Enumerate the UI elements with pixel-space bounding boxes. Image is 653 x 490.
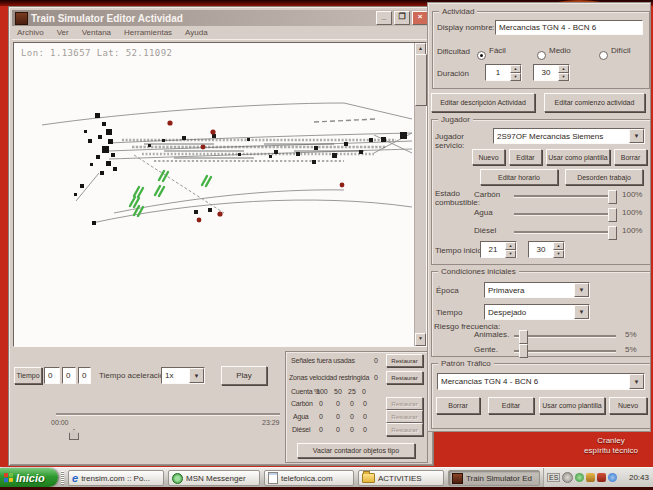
home-icon[interactable] — [586, 473, 595, 482]
volume-icon[interactable] — [562, 472, 573, 483]
radio-label: Difícil — [611, 46, 631, 55]
route-map-canvas[interactable] — [14, 43, 414, 346]
messenger-icon[interactable] — [575, 473, 584, 482]
map-vertical-scrollbar[interactable]: ▲ ▼ — [414, 43, 426, 346]
taskbar-item-telefonica[interactable]: telefonica.com — [264, 470, 354, 486]
spinner-value: 30 — [529, 242, 553, 257]
menu-archivo[interactable]: Archivo — [17, 28, 44, 37]
duration-hours-spinner[interactable]: 1 ▲▼ — [485, 64, 522, 81]
conditions-group: Condiciones iniciales Época Primavera ▼ … — [431, 271, 651, 357]
menu-ventana[interactable]: Ventana — [82, 28, 111, 37]
time-seconds-field[interactable]: 0 — [78, 367, 91, 384]
timeline-thumb[interactable] — [69, 429, 79, 440]
radio-icon[interactable] — [537, 51, 546, 60]
start-button[interactable]: Inicio — [0, 468, 58, 487]
duration-minutes-spinner[interactable]: 30 ▲▼ — [533, 64, 570, 81]
tiempo-button[interactable]: Tiempo — [14, 367, 42, 384]
chevron-down-icon[interactable]: ▼ — [189, 368, 204, 383]
speed-zones-reset-button[interactable]: Restaurar — [386, 371, 423, 384]
edit-description-button[interactable]: Editar descripción Actividad — [431, 93, 535, 112]
service-delete-button[interactable]: Borrar — [614, 149, 647, 165]
clear-counters-button[interactable]: Vaciar contador objetos tipo — [297, 443, 415, 458]
chevron-down-icon[interactable]: ▼ — [629, 374, 644, 389]
timeline-track[interactable] — [56, 413, 280, 415]
spinner-arrows-icon[interactable]: ▲▼ — [510, 65, 521, 80]
diesel-slider-track[interactable] — [514, 231, 616, 233]
taskbar-item-editor[interactable]: Train Simulator Ed — [448, 470, 540, 486]
season-value: Primavera — [485, 283, 574, 297]
scrollbar-thumb[interactable] — [415, 54, 427, 106]
clock[interactable]: 20:43 — [629, 473, 649, 482]
traffic-pattern-dropdown[interactable]: Mercancias TGN 4 - BCN 6 ▼ — [437, 373, 645, 390]
display-name-input[interactable]: Mercancias TGN 4 - BCN 6 — [495, 20, 643, 35]
spinner-value: 1 — [486, 65, 510, 80]
edit-briefing-button[interactable]: Editar comienzo actividad — [544, 93, 645, 112]
fuel-coal-label: Carbón — [474, 190, 500, 199]
season-dropdown[interactable]: Primavera ▼ — [484, 282, 590, 298]
player-service-dropdown[interactable]: 2S97OF Mercancias Siemens ▼ — [493, 128, 645, 144]
chevron-down-icon[interactable]: ▼ — [629, 129, 644, 143]
menu-herramientas[interactable]: Herramientas — [124, 28, 172, 37]
traffic-delete-button[interactable]: Borrar — [436, 397, 480, 414]
spinner-arrows-icon[interactable]: ▲▼ — [553, 242, 564, 257]
spinner-arrows-icon[interactable]: ▲▼ — [505, 242, 516, 257]
radio-icon[interactable] — [599, 51, 608, 60]
diesel-reset-button[interactable]: Restaurar — [386, 423, 423, 436]
people-label: Gente. — [474, 345, 498, 354]
chevron-down-icon[interactable]: ▼ — [574, 283, 589, 297]
start-hours-spinner[interactable]: 21 ▲▼ — [480, 241, 517, 258]
radio-selected-icon[interactable] — [477, 51, 486, 60]
traffic-new-button[interactable]: Nuevo — [609, 397, 647, 414]
edit-timetable-button[interactable]: Editar horario — [480, 169, 558, 185]
coal-slider-thumb[interactable] — [608, 190, 617, 204]
accel-dropdown[interactable]: 1x ▼ — [161, 367, 205, 384]
people-slider-track[interactable] — [514, 350, 616, 352]
diesel-slider-thumb[interactable] — [608, 226, 617, 240]
start-minutes-spinner[interactable]: 30 ▲▼ — [528, 241, 565, 258]
antivirus-icon[interactable] — [597, 473, 606, 482]
menu-ver[interactable]: Ver — [57, 28, 69, 37]
titlebar[interactable]: Train Simulator Editor Actividad _ ❐ × — [12, 10, 430, 26]
desktop-icon-label[interactable]: Cranley espíritu técnico — [575, 436, 647, 456]
language-indicator[interactable]: ES — [547, 473, 560, 482]
diesel-row-label: Diésel — [292, 426, 310, 433]
traffic-template-button[interactable]: Usar como plantilla — [539, 397, 605, 414]
difficulty-option-dificil[interactable]: Difícil — [599, 46, 631, 64]
play-button[interactable]: Play — [221, 366, 267, 385]
time-hours-field[interactable]: 0 — [44, 367, 60, 384]
water-slider-thumb[interactable] — [608, 208, 617, 222]
water-slider-track[interactable] — [514, 213, 616, 215]
service-new-button[interactable]: Nuevo — [472, 149, 505, 165]
coal-reset-button[interactable]: Restaurar — [386, 397, 423, 410]
people-slider-thumb[interactable] — [519, 344, 528, 358]
difficulty-option-medio[interactable]: Medio — [537, 46, 571, 64]
weather-dropdown[interactable]: Despejado ▼ — [484, 304, 590, 320]
animals-slider-track[interactable] — [514, 335, 616, 337]
spinner-arrows-icon[interactable]: ▲▼ — [558, 65, 569, 80]
taskbar-item-activities[interactable]: ACTIVITIES — [358, 470, 444, 486]
playback-panel: Tiempo 0 0 0 Tiempo aceleracion 1x ▼ Pla… — [13, 349, 427, 465]
water-reset-button[interactable]: Restaurar — [386, 410, 423, 423]
animals-slider-thumb[interactable] — [519, 330, 528, 344]
coal-slider-track[interactable] — [514, 195, 616, 197]
time-minutes-field[interactable]: 0 — [62, 367, 76, 384]
menu-ayuda[interactable]: Ayuda — [185, 28, 208, 37]
counters-panel: Señales fuera usadas 0 Restaurar Zonas v… — [285, 351, 428, 463]
traffic-edit-button[interactable]: Editar — [488, 397, 534, 414]
desktop: Train Simulator Editor Actividad _ ❐ × A… — [0, 0, 653, 490]
signals-reset-button[interactable]: Restaurar — [386, 354, 423, 367]
close-button[interactable]: × — [412, 11, 428, 25]
difficulty-option-facil[interactable]: Fácil — [477, 46, 506, 64]
taskbar-item-trensim[interactable]: e trensim.com :: Po... — [68, 470, 164, 486]
maximize-button[interactable]: ❐ — [394, 11, 410, 25]
service-template-button[interactable]: Usar como plantilla — [546, 149, 610, 165]
service-edit-button[interactable]: Editar — [509, 149, 542, 165]
scroll-down-icon[interactable]: ▼ — [415, 333, 426, 346]
minimize-button[interactable]: _ — [376, 11, 392, 25]
route-map-viewport[interactable]: Lon: 1.13657 Lat: 52.11092 — [13, 42, 427, 347]
network-icon[interactable] — [608, 473, 617, 482]
quicklaunch-handle[interactable] — [61, 471, 64, 485]
chevron-down-icon[interactable]: ▼ — [574, 305, 589, 319]
shunt-work-button[interactable]: Desorden trabajo — [565, 169, 643, 185]
taskbar-item-msn[interactable]: MSN Messenger — [168, 470, 260, 486]
